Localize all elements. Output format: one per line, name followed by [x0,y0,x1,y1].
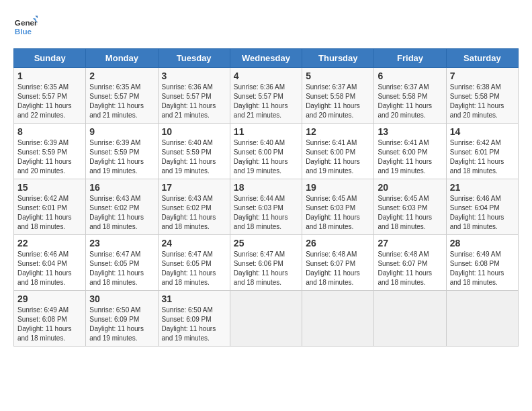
day-number: 12 [306,126,370,137]
calendar-cell: 26 Sunrise: 6:48 AMSunset: 6:07 PMDaylig… [302,235,374,291]
calendar-cell: 28 Sunrise: 6:49 AMSunset: 6:08 PMDaylig… [446,235,518,291]
col-header-sunday: Sunday [14,49,86,68]
day-number: 29 [17,293,82,304]
day-number: 16 [89,182,154,193]
calendar-table: SundayMondayTuesdayWednesdayThursdayFrid… [13,48,519,347]
calendar-week-4: 22 Sunrise: 6:46 AMSunset: 6:04 PMDaylig… [14,235,519,291]
calendar-cell: 17 Sunrise: 6:43 AMSunset: 6:02 PMDaylig… [158,179,230,235]
calendar-cell: 9 Sunrise: 6:39 AMSunset: 5:59 PMDayligh… [86,124,158,179]
col-header-thursday: Thursday [302,49,374,68]
day-number: 23 [89,238,154,248]
day-number: 25 [234,238,298,248]
day-number: 5 [306,71,370,81]
day-info: Sunrise: 6:46 AMSunset: 6:04 PMDaylight:… [450,195,504,230]
calendar-cell: 8 Sunrise: 6:39 AMSunset: 5:59 PMDayligh… [14,124,86,179]
page-header: General Blue [13,13,519,38]
day-number: 3 [162,71,226,81]
day-number: 10 [162,126,226,137]
calendar-cell: 5 Sunrise: 6:37 AMSunset: 5:58 PMDayligh… [302,68,374,124]
day-number: 30 [89,293,154,304]
day-number: 27 [378,238,442,248]
day-number: 7 [450,71,515,81]
day-info: Sunrise: 6:35 AMSunset: 5:57 PMDaylight:… [89,83,144,119]
calendar-cell: 4 Sunrise: 6:36 AMSunset: 5:57 PMDayligh… [230,68,302,124]
svg-text:Blue: Blue [15,27,32,36]
day-info: Sunrise: 6:39 AMSunset: 5:59 PMDaylight:… [89,139,144,175]
calendar-cell [446,291,518,347]
day-info: Sunrise: 6:36 AMSunset: 5:57 PMDaylight:… [162,83,216,119]
day-info: Sunrise: 6:45 AMSunset: 6:03 PMDaylight:… [378,195,432,230]
day-info: Sunrise: 6:47 AMSunset: 6:05 PMDaylight:… [162,250,216,286]
day-number: 15 [17,182,82,193]
calendar-cell: 10 Sunrise: 6:40 AMSunset: 5:59 PMDaylig… [158,124,230,179]
calendar-cell: 13 Sunrise: 6:41 AMSunset: 6:00 PMDaylig… [374,124,446,179]
calendar-cell: 12 Sunrise: 6:41 AMSunset: 6:00 PMDaylig… [302,124,374,179]
day-info: Sunrise: 6:48 AMSunset: 6:07 PMDaylight:… [378,250,432,286]
day-number: 19 [306,182,370,193]
day-info: Sunrise: 6:41 AMSunset: 6:00 PMDaylight:… [306,139,360,175]
calendar-cell: 11 Sunrise: 6:40 AMSunset: 6:00 PMDaylig… [230,124,302,179]
day-info: Sunrise: 6:37 AMSunset: 5:58 PMDaylight:… [378,83,432,119]
col-header-saturday: Saturday [446,49,518,68]
calendar-cell: 1 Sunrise: 6:35 AMSunset: 5:57 PMDayligh… [14,68,86,124]
day-info: Sunrise: 6:40 AMSunset: 6:00 PMDaylight:… [234,139,288,175]
day-number: 8 [17,126,82,137]
calendar-week-5: 29 Sunrise: 6:49 AMSunset: 6:08 PMDaylig… [14,291,519,347]
calendar-cell: 27 Sunrise: 6:48 AMSunset: 6:07 PMDaylig… [374,235,446,291]
day-number: 6 [378,71,442,81]
day-info: Sunrise: 6:43 AMSunset: 6:02 PMDaylight:… [162,195,216,230]
day-number: 24 [162,238,226,248]
day-number: 4 [234,71,298,81]
calendar-cell: 21 Sunrise: 6:46 AMSunset: 6:04 PMDaylig… [446,179,518,235]
calendar-cell [374,291,446,347]
logo: General Blue [13,13,40,38]
day-number: 28 [450,238,515,248]
col-header-friday: Friday [374,49,446,68]
calendar-cell: 3 Sunrise: 6:36 AMSunset: 5:57 PMDayligh… [158,68,230,124]
calendar-cell: 2 Sunrise: 6:35 AMSunset: 5:57 PMDayligh… [86,68,158,124]
day-info: Sunrise: 6:45 AMSunset: 6:03 PMDaylight:… [306,195,360,230]
calendar-cell: 31 Sunrise: 6:50 AMSunset: 6:09 PMDaylig… [158,291,230,347]
calendar-cell: 6 Sunrise: 6:37 AMSunset: 5:58 PMDayligh… [374,68,446,124]
calendar-cell: 16 Sunrise: 6:43 AMSunset: 6:02 PMDaylig… [86,179,158,235]
calendar-cell: 29 Sunrise: 6:49 AMSunset: 6:08 PMDaylig… [14,291,86,347]
day-number: 31 [162,293,226,304]
day-info: Sunrise: 6:48 AMSunset: 6:07 PMDaylight:… [306,250,360,286]
day-info: Sunrise: 6:40 AMSunset: 5:59 PMDaylight:… [162,139,216,175]
calendar-header-row: SundayMondayTuesdayWednesdayThursdayFrid… [14,49,519,68]
day-info: Sunrise: 6:42 AMSunset: 6:01 PMDaylight:… [450,139,504,175]
day-info: Sunrise: 6:49 AMSunset: 6:08 PMDaylight:… [17,306,72,342]
day-number: 2 [89,71,154,81]
calendar-cell: 20 Sunrise: 6:45 AMSunset: 6:03 PMDaylig… [374,179,446,235]
calendar-cell: 24 Sunrise: 6:47 AMSunset: 6:05 PMDaylig… [158,235,230,291]
calendar-cell: 15 Sunrise: 6:42 AMSunset: 6:01 PMDaylig… [14,179,86,235]
calendar-cell: 25 Sunrise: 6:47 AMSunset: 6:06 PMDaylig… [230,235,302,291]
day-number: 26 [306,238,370,248]
day-number: 18 [234,182,298,193]
calendar-week-2: 8 Sunrise: 6:39 AMSunset: 5:59 PMDayligh… [14,124,519,179]
day-number: 21 [450,182,515,193]
day-info: Sunrise: 6:47 AMSunset: 6:06 PMDaylight:… [234,250,288,286]
day-number: 14 [450,126,515,137]
calendar-cell: 22 Sunrise: 6:46 AMSunset: 6:04 PMDaylig… [14,235,86,291]
logo-icon: General Blue [13,13,38,38]
col-header-wednesday: Wednesday [230,49,302,68]
day-info: Sunrise: 6:38 AMSunset: 5:58 PMDaylight:… [450,83,504,119]
day-info: Sunrise: 6:49 AMSunset: 6:08 PMDaylight:… [450,250,504,286]
day-info: Sunrise: 6:35 AMSunset: 5:57 PMDaylight:… [17,83,72,119]
day-info: Sunrise: 6:50 AMSunset: 6:09 PMDaylight:… [89,306,144,342]
col-header-monday: Monday [86,49,158,68]
day-info: Sunrise: 6:43 AMSunset: 6:02 PMDaylight:… [89,195,144,230]
day-info: Sunrise: 6:39 AMSunset: 5:59 PMDaylight:… [17,139,72,175]
calendar-cell: 19 Sunrise: 6:45 AMSunset: 6:03 PMDaylig… [302,179,374,235]
day-number: 17 [162,182,226,193]
day-info: Sunrise: 6:44 AMSunset: 6:03 PMDaylight:… [234,195,288,230]
day-info: Sunrise: 6:50 AMSunset: 6:09 PMDaylight:… [162,306,216,342]
calendar-cell [302,291,374,347]
calendar-cell: 30 Sunrise: 6:50 AMSunset: 6:09 PMDaylig… [86,291,158,347]
day-info: Sunrise: 6:42 AMSunset: 6:01 PMDaylight:… [17,195,72,230]
calendar-cell [230,291,302,347]
calendar-cell: 18 Sunrise: 6:44 AMSunset: 6:03 PMDaylig… [230,179,302,235]
calendar-cell: 23 Sunrise: 6:47 AMSunset: 6:05 PMDaylig… [86,235,158,291]
day-info: Sunrise: 6:41 AMSunset: 6:00 PMDaylight:… [378,139,432,175]
